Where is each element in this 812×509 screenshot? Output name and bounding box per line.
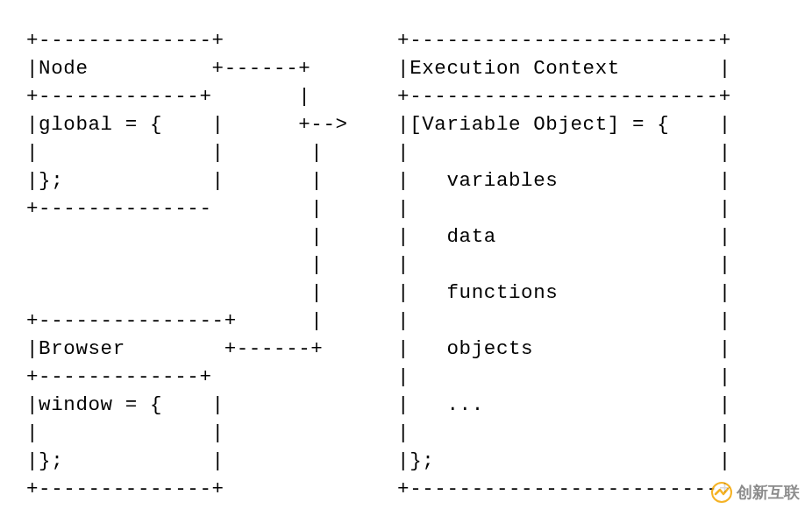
watermark-text: 创新互联 <box>737 482 800 503</box>
watermark-icon <box>710 481 733 504</box>
watermark: 创新互联 <box>710 481 800 504</box>
ascii-diagram: +--------------+ +----------------------… <box>0 0 812 503</box>
